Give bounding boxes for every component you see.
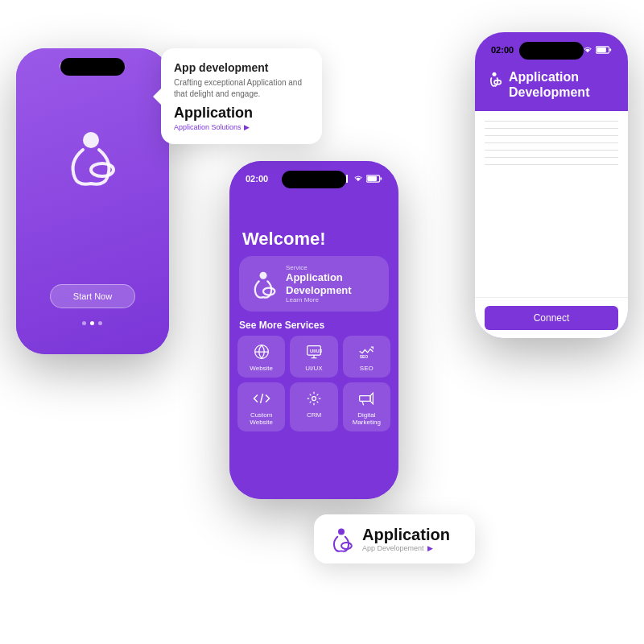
dynamic-island-right (519, 42, 584, 60)
wifi-icon-center (353, 175, 363, 183)
dynamic-island-left (60, 58, 125, 76)
seo-icon: SEO (354, 342, 378, 361)
svg-line-31 (260, 394, 262, 403)
tooltip-bottom-arrow: ▶ (427, 544, 433, 552)
dynamic-island-center (282, 171, 346, 188)
code-icon (250, 389, 274, 408)
phone-center: 02:00 (229, 161, 398, 499)
start-button[interactable]: Start Now (50, 284, 135, 308)
tooltip-bottom-text: Application App Developement ▶ (362, 526, 450, 552)
uiux-icon: UI/UX (302, 342, 326, 361)
svg-text:SEO: SEO (360, 355, 369, 360)
dot-3 (98, 321, 102, 325)
time-center: 02:00 (246, 174, 268, 184)
form-line-1 (485, 121, 618, 122)
dot-1 (82, 321, 86, 325)
svg-rect-14 (597, 47, 606, 52)
time-right: 02:00 (491, 45, 514, 55)
tooltip-bottom-title: Application (362, 526, 450, 544)
service-item-website[interactable]: Website (237, 336, 285, 378)
tooltip-top-title: App development (174, 61, 309, 74)
tooltip-bottom-sub: App Developement ▶ (362, 544, 450, 552)
right-header-text: Application Development (509, 69, 617, 100)
svg-rect-15 (610, 48, 612, 51)
form-line-7 (485, 164, 618, 165)
scene: 02:00 (0, 0, 644, 644)
phone-right: 02:00 (475, 32, 628, 338)
service-item-custom-website[interactable]: Custom Website (237, 382, 285, 431)
form-line-5 (485, 150, 618, 151)
see-more-label: See More Services (229, 312, 398, 336)
right-header-icon (486, 71, 502, 90)
battery-icon-right (596, 46, 612, 54)
connect-button[interactable]: Connect (485, 306, 618, 330)
service-title: Application Development (286, 271, 379, 296)
website-label: Website (250, 365, 273, 373)
battery-icon-center (366, 175, 382, 183)
service-info: Service Application Development Learn Mo… (286, 264, 379, 303)
service-learn[interactable]: Learn More (286, 296, 379, 303)
welcome-heading: Welcome! (229, 190, 398, 256)
svg-text:UI/UX: UI/UX (310, 349, 322, 353)
right-header: Application Development (475, 61, 628, 111)
service-item-digital-marketing[interactable]: Digital Marketing (343, 382, 390, 431)
service-label: Service (286, 264, 379, 271)
seo-label: SEO (360, 365, 374, 373)
service-item-crm[interactable]: CRM (290, 382, 337, 431)
right-header-title: Application Development (509, 69, 617, 100)
svg-point-25 (260, 271, 267, 279)
crm-icon (302, 389, 326, 408)
form-line-4 (485, 142, 618, 143)
form-line-2 (485, 128, 618, 129)
custom-website-label: Custom Website (241, 411, 282, 427)
svg-rect-21 (346, 175, 348, 183)
services-grid: Website UI/UX UI/UX (229, 336, 398, 431)
uiux-label: UI/UX (305, 365, 322, 373)
crm-label: CRM (307, 411, 321, 419)
service-card[interactable]: Service Application Development Learn Mo… (239, 256, 389, 312)
connect-btn-wrap: Connect (475, 297, 628, 338)
svg-rect-24 (381, 177, 382, 180)
form-line-3 (485, 135, 618, 136)
svg-rect-23 (367, 176, 377, 181)
svg-point-26 (263, 287, 275, 295)
svg-rect-33 (360, 395, 370, 401)
arrow-icon: ▶ (244, 123, 250, 131)
tooltip-top-desc: Crafting exceptional Application and tha… (174, 77, 309, 100)
digital-marketing-label: Digital Marketing (346, 411, 387, 427)
logo-left (60, 126, 125, 190)
tooltip-top-link: Application Solutions ▶ (174, 123, 309, 131)
svg-point-7 (83, 132, 99, 148)
info-icon (486, 71, 502, 87)
tooltip-bottom-logo (328, 526, 354, 552)
service-item-uiux[interactable]: UI/UX UI/UX (290, 336, 337, 378)
dots (82, 321, 102, 325)
svg-point-16 (493, 72, 497, 76)
brand-logo-left (60, 126, 125, 190)
globe-icon (250, 342, 274, 361)
phone-left: 02:00 (16, 48, 169, 354)
dot-2 (90, 321, 94, 325)
tooltip-bottom: Application App Developement ▶ (314, 514, 475, 564)
svg-point-34 (338, 528, 345, 535)
service-logo-icon (249, 270, 278, 299)
service-item-seo[interactable]: SEO SEO (343, 336, 390, 378)
right-form-area (475, 111, 628, 297)
wifi-icon-right (583, 46, 592, 54)
svg-point-35 (341, 543, 352, 549)
marketing-icon (354, 389, 378, 408)
svg-point-32 (312, 396, 316, 400)
tooltip-top: App development Crafting exceptional App… (161, 48, 322, 144)
form-line-6 (485, 157, 618, 158)
tooltip-top-app-label: Application (174, 105, 309, 122)
